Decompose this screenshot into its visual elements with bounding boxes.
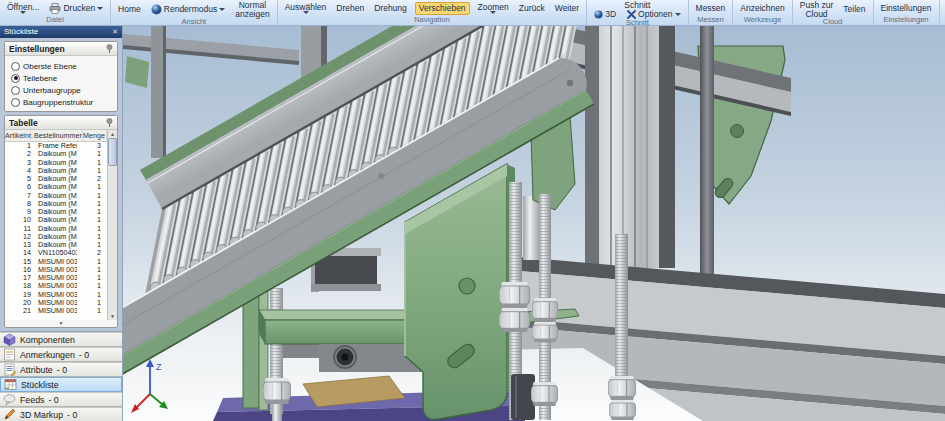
- table-header-row: Artikelnr. Bestellnummer Menge: [5, 130, 107, 142]
- toolbar-spacer: [940, 0, 945, 25]
- radio-oberste-ebene[interactable]: Oberste Ebene: [11, 60, 114, 72]
- rotate-button[interactable]: Drehen: [334, 4, 366, 13]
- panel-tab-attribute[interactable]: Attribute- 0: [0, 362, 122, 377]
- toolbar-group-messen: Messen Messen: [689, 0, 734, 25]
- radio-icon-checked: [11, 74, 20, 83]
- rendermode-label: Rendermodus: [164, 5, 217, 14]
- markup-button[interactable]: Anzeichnen: [738, 4, 786, 13]
- radio-icon: [11, 62, 20, 71]
- toolbar-group-navigation: Auswählen Drehen Drehung Verschieben Zoo…: [278, 0, 587, 25]
- share-button[interactable]: Teilen: [841, 5, 867, 14]
- group-caption-werkzeuge: Werkzeuge: [738, 16, 786, 25]
- next-button[interactable]: Weiter: [553, 4, 581, 13]
- panel-tab-anmerkungen[interactable]: Anmerkungen- 0: [0, 347, 122, 362]
- pushpin-icon[interactable]: [106, 118, 113, 127]
- zoom-button[interactable]: Zoomen: [476, 3, 511, 15]
- column-header-artikelnr[interactable]: Artikelnr.: [5, 130, 31, 141]
- radio-baugruppenstruktur[interactable]: Baugruppenstruktur: [11, 96, 114, 108]
- radio-teilebene[interactable]: Teilebene: [11, 72, 114, 84]
- pushpin-icon[interactable]: [106, 44, 113, 53]
- group-caption-messen: Messen: [694, 16, 728, 25]
- toolbar-group-datei: Öffnen... Drucken Datei: [0, 0, 111, 25]
- settings-panel-header[interactable]: Einstellungen: [5, 42, 117, 56]
- table-row[interactable]: 8 Daikoum (M... 1: [5, 200, 107, 208]
- sphere-3d-icon: [594, 10, 603, 19]
- rotation-button[interactable]: Drehung: [372, 4, 409, 13]
- radio-icon: [11, 86, 20, 95]
- bom-level-options: Oberste Ebene Teilebene Unterbaugruppe B…: [5, 56, 117, 111]
- table-row[interactable]: 11 Daikoum (M... 1: [5, 225, 107, 233]
- table-row[interactable]: 6 Daikoum (M... 1: [5, 183, 107, 191]
- bom-sidebar: Stückliste ✕ Einstellungen Oberste Ebene…: [0, 26, 123, 421]
- table-row[interactable]: 2 Daikoum (M... 1: [5, 150, 107, 158]
- table-row[interactable]: 15 MISUMI 003... 1: [5, 258, 107, 266]
- settings-button[interactable]: Einstellungen: [879, 4, 934, 13]
- 3d-viewport[interactable]: Z: [123, 26, 945, 421]
- print-button[interactable]: Drucken: [47, 3, 105, 14]
- table-row[interactable]: 9 Daikoum (M... 1: [5, 208, 107, 216]
- measure-button[interactable]: Messen: [694, 4, 728, 13]
- panel-tab-stueckliste[interactable]: Stückliste: [0, 377, 122, 392]
- table-row[interactable]: 1 Frame Refer... 3: [5, 142, 107, 150]
- sidebar-title-bar: Stückliste ✕: [0, 26, 122, 38]
- table-row[interactable]: 4 Daikoum (M... 1: [5, 167, 107, 175]
- push-to-cloud-button[interactable]: Push zurCloud: [798, 1, 836, 18]
- bom-table-panel: Tabelle Artikelnr. Bestellnummer Menge 1: [4, 115, 118, 328]
- column-header-bestellnummer[interactable]: Bestellnummer: [31, 130, 83, 141]
- section-3d-toggle[interactable]: 3D: [592, 10, 618, 19]
- toolbar-group-cloud: Push zurCloud Teilen Cloud: [793, 0, 874, 25]
- open-button[interactable]: Öffnen...: [5, 3, 41, 15]
- bom-table-body: 1 Frame Refer... 3 2 Daikoum (M... 1: [5, 142, 107, 320]
- toolbar-group-ansicht: Home Rendermodus Normalanzeigen Ansicht: [111, 0, 278, 25]
- rendermode-button[interactable]: Rendermodus: [149, 4, 227, 15]
- sidebar-accordion: Komponenten Anmerkungen- 0 Attribute- 0 …: [0, 331, 122, 421]
- scroll-up-icon[interactable]: ▲: [110, 130, 115, 138]
- column-header-menge[interactable]: Menge: [83, 130, 107, 141]
- chevron-down-icon: [20, 11, 26, 14]
- attributes-document-icon: [3, 363, 16, 376]
- radio-unterbaugruppe[interactable]: Unterbaugruppe: [11, 84, 114, 96]
- table-scrollbar[interactable]: ▲ ▼: [107, 130, 117, 320]
- table-row[interactable]: 3 Daikoum (M... 1: [5, 159, 107, 167]
- home-button[interactable]: Home: [116, 5, 143, 14]
- open-label: Öffnen...: [7, 3, 39, 12]
- group-caption-datei: Datei: [5, 16, 105, 25]
- back-button[interactable]: Zurück: [517, 4, 547, 13]
- table-row[interactable]: 18 MISUMI 003... 1: [5, 282, 107, 290]
- select-button[interactable]: Auswählen: [283, 3, 329, 15]
- table-row[interactable]: 13 Daikoum (M... 1: [5, 241, 107, 249]
- table-row[interactable]: 21 MISUMI 003... 1: [5, 307, 107, 315]
- components-cube-icon: [3, 333, 16, 346]
- scroll-down-icon[interactable]: ▼: [110, 312, 115, 320]
- pan-button[interactable]: Verschieben: [415, 2, 470, 15]
- markup-pencil-icon: [3, 408, 16, 421]
- table-expand-handle[interactable]: ▼: [5, 320, 117, 327]
- table-panel-header[interactable]: Tabelle: [5, 116, 117, 130]
- settings-panel: Einstellungen Oberste Ebene Teilebene Un…: [4, 41, 118, 112]
- table-row[interactable]: 19 MISUMI 003... 1: [5, 291, 107, 299]
- table-row[interactable]: 16 MISUMI 003... 1: [5, 266, 107, 274]
- ribbon-toolbar: Öffnen... Drucken Datei Home Rendermodus: [0, 0, 945, 26]
- panel-tab-komponenten[interactable]: Komponenten: [0, 332, 122, 347]
- table-row[interactable]: 14 VN11050403... 2: [5, 249, 107, 257]
- chevron-down-icon: [97, 7, 103, 10]
- annotations-icon: [3, 348, 16, 361]
- table-row[interactable]: 7 Daikoum (M... 1: [5, 192, 107, 200]
- triad-z-label: Z: [156, 362, 162, 372]
- table-row[interactable]: 12 Daikoum (M... 1: [5, 233, 107, 241]
- panel-tab-feeds[interactable]: Feeds- 0: [0, 392, 122, 407]
- panel-tab-3d-markup[interactable]: 3D Markup- 0: [0, 407, 122, 421]
- group-caption-navigation: Navigation: [283, 16, 581, 25]
- toolbar-group-einstellungen: Einstellungen Einstellungen: [874, 0, 940, 25]
- table-row[interactable]: 10 Daikoum (M... 1: [5, 216, 107, 224]
- radio-icon: [11, 98, 20, 107]
- toolbar-group-werkzeuge: Anzeichnen Werkzeuge: [733, 0, 792, 25]
- scrollbar-thumb[interactable]: [108, 138, 117, 166]
- table-row[interactable]: 5 Daikoum (M... 2: [5, 175, 107, 183]
- close-icon[interactable]: ✕: [112, 27, 118, 37]
- print-label: Drucken: [63, 4, 95, 13]
- show-normal-button[interactable]: Normalanzeigen: [233, 1, 272, 18]
- table-row[interactable]: 20 MISUMI 003... 1: [5, 299, 107, 307]
- table-row[interactable]: 17 MISUMI 003... 1: [5, 274, 107, 282]
- chevron-down-icon: [675, 13, 681, 16]
